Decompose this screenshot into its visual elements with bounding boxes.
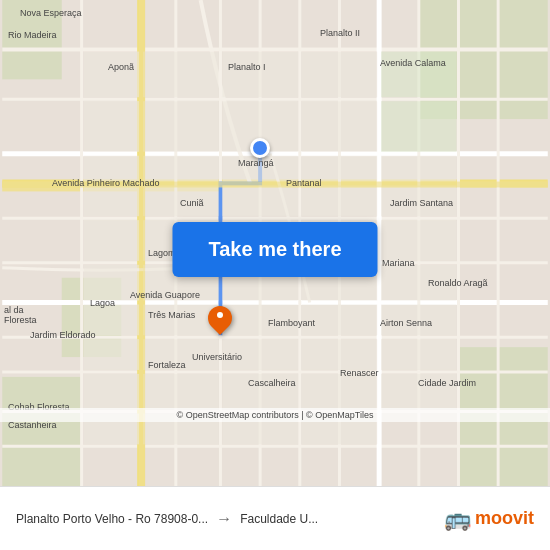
svg-rect-68 bbox=[381, 339, 456, 370]
svg-rect-70 bbox=[143, 374, 218, 410]
moovit-logo: 🚌 moovit bbox=[444, 506, 534, 532]
svg-rect-73 bbox=[381, 374, 456, 410]
svg-rect-3 bbox=[2, 377, 81, 486]
svg-rect-67 bbox=[302, 339, 377, 370]
svg-rect-59 bbox=[84, 304, 140, 335]
svg-rect-78 bbox=[2, 182, 548, 188]
destination-marker bbox=[208, 306, 232, 338]
svg-rect-62 bbox=[302, 304, 377, 335]
svg-rect-33 bbox=[302, 52, 377, 98]
svg-rect-31 bbox=[143, 52, 218, 98]
svg-rect-37 bbox=[381, 52, 456, 98]
svg-rect-47 bbox=[302, 185, 377, 216]
svg-rect-66 bbox=[222, 339, 297, 370]
route-arrow-icon: → bbox=[216, 510, 232, 528]
svg-rect-29 bbox=[84, 52, 140, 98]
route-info: Planalto Porto Velho - Ro 78908-0... → F… bbox=[16, 510, 436, 528]
svg-rect-72 bbox=[302, 374, 377, 410]
svg-rect-65 bbox=[143, 339, 218, 370]
svg-rect-49 bbox=[84, 220, 140, 261]
svg-rect-32 bbox=[222, 52, 297, 98]
svg-rect-43 bbox=[381, 156, 456, 182]
map-container: Nova EsperaçaRio MadeiraAponãPlanalto IP… bbox=[0, 0, 550, 486]
svg-rect-41 bbox=[222, 156, 297, 182]
route-from-label: Planalto Porto Velho - Ro 78908-0... bbox=[16, 512, 208, 526]
svg-rect-45 bbox=[143, 185, 218, 216]
svg-rect-44 bbox=[84, 185, 140, 216]
svg-rect-34 bbox=[143, 101, 218, 152]
svg-rect-48 bbox=[381, 185, 456, 216]
svg-rect-63 bbox=[381, 304, 456, 335]
svg-rect-39 bbox=[84, 156, 140, 182]
moovit-brand-text: moovit bbox=[475, 508, 534, 529]
svg-rect-69 bbox=[84, 374, 140, 410]
svg-rect-54 bbox=[84, 265, 140, 301]
svg-rect-53 bbox=[381, 220, 456, 261]
map-attribution: © OpenStreetMap contributors | © OpenMap… bbox=[0, 408, 550, 422]
svg-rect-36 bbox=[302, 101, 377, 152]
svg-rect-46 bbox=[222, 185, 297, 216]
svg-rect-40 bbox=[143, 156, 218, 182]
svg-rect-30 bbox=[84, 101, 140, 152]
svg-rect-42 bbox=[302, 156, 377, 182]
svg-rect-1 bbox=[2, 0, 62, 79]
svg-rect-61 bbox=[222, 304, 297, 335]
origin-marker bbox=[250, 138, 270, 158]
bottom-bar: Planalto Porto Velho - Ro 78908-0... → F… bbox=[0, 486, 550, 550]
svg-rect-58 bbox=[381, 265, 456, 301]
take-me-there-button[interactable]: Take me there bbox=[172, 222, 377, 277]
svg-rect-38 bbox=[381, 101, 456, 152]
svg-rect-71 bbox=[222, 374, 297, 410]
route-to-label: Faculdade U... bbox=[240, 512, 318, 526]
app: Nova EsperaçaRio MadeiraAponãPlanalto IP… bbox=[0, 0, 550, 550]
svg-rect-64 bbox=[84, 339, 140, 370]
